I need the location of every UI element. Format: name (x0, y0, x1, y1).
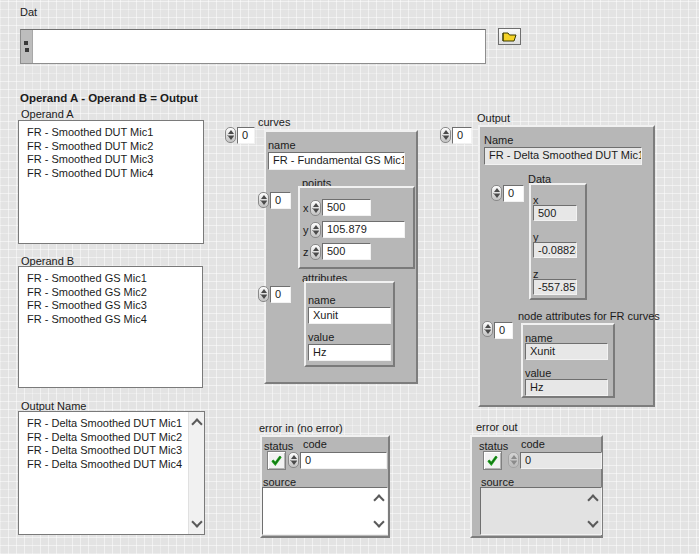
operand-a-label: Operand A (21, 108, 74, 120)
folder-icon (502, 31, 517, 42)
error-out-status-indicator (483, 451, 502, 470)
path-type-strip (21, 30, 33, 63)
point-z-spinner[interactable] (310, 244, 321, 260)
increment-icon[interactable] (261, 289, 267, 293)
path-control-label: Dat (20, 6, 37, 18)
data-x-field: 500 (533, 205, 577, 221)
output-index-spinner[interactable] (440, 127, 451, 143)
output-index-field[interactable]: 0 (452, 127, 472, 144)
list-item[interactable]: FR - Smoothed GS Mic4 (19, 313, 202, 327)
decrement-icon[interactable] (485, 330, 491, 334)
operand-b-listbox[interactable]: FR - Smoothed GS Mic1 FR - Smoothed GS M… (18, 266, 203, 388)
point-y-spinner[interactable] (310, 222, 321, 238)
points-index-spinner[interactable] (258, 192, 269, 208)
decrement-icon (511, 461, 517, 465)
chevron-down-icon[interactable] (191, 516, 202, 527)
point-x-spinner[interactable] (310, 200, 321, 216)
error-out-code-spinner (508, 452, 519, 468)
data-index-spinner[interactable] (491, 185, 502, 201)
list-item[interactable]: FR - Smoothed DUT Mic1 (19, 126, 203, 140)
decrement-icon[interactable] (261, 295, 267, 299)
attributes-index-field[interactable]: 0 (270, 286, 291, 303)
decrement-icon[interactable] (443, 136, 449, 140)
browse-button[interactable] (498, 28, 521, 45)
increment-icon[interactable] (443, 130, 449, 134)
increment-icon[interactable] (313, 247, 319, 251)
section-title: Operand A - Operand B = Output (20, 92, 198, 104)
attribute-name-field[interactable]: Xunit (308, 307, 391, 324)
point-y-label: y (303, 224, 309, 236)
output-name-field: FR - Delta Smoothed DUT Mic1 (484, 147, 642, 165)
data-z-field: -557.857 (533, 279, 577, 295)
attribute-value-field[interactable]: Hz (308, 344, 391, 361)
error-in-code-label: code (303, 438, 327, 450)
output-cluster-label: Output (477, 112, 510, 124)
error-in-code-field[interactable]: 0 (300, 452, 387, 469)
list-item[interactable]: FR - Smoothed DUT Mic2 (19, 140, 203, 154)
operand-a-listbox[interactable]: FR - Smoothed DUT Mic1 FR - Smoothed DUT… (18, 120, 204, 244)
decrement-icon[interactable] (291, 461, 297, 465)
chevron-down-icon[interactable] (587, 516, 598, 527)
error-in-source-field[interactable] (262, 487, 388, 535)
increment-icon[interactable] (261, 195, 267, 199)
curves-index-spinner[interactable] (225, 127, 236, 143)
list-item[interactable]: FR - Smoothed DUT Mic3 (19, 153, 203, 167)
attribute-name-label: name (308, 294, 336, 306)
output-name-field-label: Name (484, 134, 513, 146)
decrement-icon[interactable] (494, 194, 500, 198)
list-item[interactable]: FR - Delta Smoothed DUT Mic3 (19, 444, 204, 458)
chevron-up-icon[interactable] (587, 494, 598, 505)
error-out-code-field: 0 (520, 452, 602, 469)
curves-cluster-label: curves (258, 116, 290, 128)
points-index-field[interactable]: 0 (270, 192, 291, 209)
decrement-icon[interactable] (313, 253, 319, 257)
list-item[interactable]: FR - Delta Smoothed DUT Mic4 (19, 458, 204, 472)
increment-icon[interactable] (485, 324, 491, 328)
list-item[interactable]: FR - Smoothed GS Mic3 (19, 299, 202, 313)
path-glyph-icon (23, 41, 30, 53)
error-out-source-field (480, 487, 602, 535)
list-item[interactable]: FR - Smoothed DUT Mic4 (19, 167, 203, 181)
error-in-status-checkbox[interactable] (267, 451, 286, 470)
error-out-label: error out (476, 421, 518, 433)
node-attributes-index-field[interactable]: 0 (494, 322, 513, 339)
node-attributes-index-spinner[interactable] (482, 321, 493, 337)
node-attribute-name-field: Xunit (525, 343, 608, 360)
file-path-input[interactable] (20, 29, 486, 64)
list-item[interactable]: FR - Smoothed GS Mic2 (19, 286, 202, 300)
node-attribute-value-field: Hz (525, 379, 608, 396)
decrement-icon[interactable] (313, 231, 319, 235)
chevron-up-icon[interactable] (373, 494, 384, 505)
point-y-field[interactable]: 105.879 (322, 221, 405, 238)
curves-index-field[interactable]: 0 (237, 127, 255, 144)
decrement-icon[interactable] (261, 201, 267, 205)
curve-name-field[interactable]: FR - Fundamental GS Mic1 (268, 152, 405, 170)
point-z-label: z (303, 246, 309, 258)
increment-icon (511, 455, 517, 459)
point-x-field[interactable]: 500 (322, 199, 371, 216)
data-y-field: -0.08823 (533, 242, 577, 258)
chevron-down-icon[interactable] (373, 516, 384, 527)
increment-icon[interactable] (313, 203, 319, 207)
increment-icon[interactable] (494, 188, 500, 192)
attributes-index-spinner[interactable] (258, 286, 269, 302)
node-attribute-value-label: value (525, 367, 551, 379)
scrollbar[interactable] (188, 412, 204, 534)
output-name-listbox[interactable]: FR - Delta Smoothed DUT Mic1 FR - Delta … (18, 411, 205, 535)
error-in-code-spinner[interactable] (288, 452, 299, 468)
point-z-field[interactable]: 500 (322, 243, 371, 260)
list-item[interactable]: FR - Delta Smoothed DUT Mic1 (19, 417, 204, 431)
point-x-label: x (303, 202, 309, 214)
increment-icon[interactable] (291, 455, 297, 459)
curve-name-label: name (268, 139, 296, 151)
increment-icon[interactable] (228, 130, 234, 134)
decrement-icon[interactable] (313, 209, 319, 213)
chevron-up-icon[interactable] (191, 418, 202, 429)
list-item[interactable]: FR - Delta Smoothed DUT Mic2 (19, 431, 204, 445)
increment-icon[interactable] (313, 225, 319, 229)
list-item[interactable]: FR - Smoothed GS Mic1 (19, 272, 202, 286)
data-index-field[interactable]: 0 (503, 185, 524, 202)
decrement-icon[interactable] (228, 136, 234, 140)
error-in-label: error in (no error) (259, 422, 343, 434)
check-icon (270, 454, 283, 467)
